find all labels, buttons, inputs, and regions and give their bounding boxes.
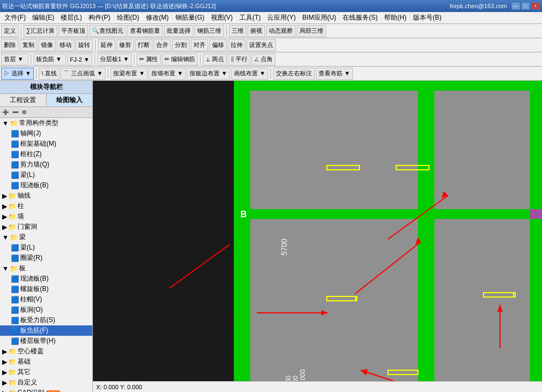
- minimize-button[interactable]: —: [511, 2, 520, 10]
- tree-group-col[interactable]: ▶ 📁 柱: [0, 201, 92, 211]
- delete-button[interactable]: 删除: [1, 39, 19, 51]
- merge-button[interactable]: 合并: [154, 39, 171, 51]
- svg-rect-5: [234, 81, 542, 91]
- move-button[interactable]: 移动: [57, 39, 74, 51]
- select-button[interactable]: ▷ 选择 ▼: [1, 68, 34, 80]
- split-button[interactable]: 分割: [172, 39, 190, 51]
- arc-button[interactable]: ⌒ 三点画弧 ▼: [61, 68, 105, 80]
- folder-icon: 📁: [10, 265, 18, 272]
- draw-input-button[interactable]: 绘图输入: [46, 94, 92, 106]
- angle-button[interactable]: ∠ 点角: [251, 54, 275, 66]
- calc-button[interactable]: ∑汇总计算: [23, 25, 57, 37]
- project-settings-button[interactable]: 工程设置: [0, 94, 46, 106]
- dynamic-view-button[interactable]: 动态观察: [266, 25, 296, 37]
- extend-button[interactable]: 延伸: [98, 39, 115, 51]
- tree-item-floor-band[interactable]: 🟦 楼层板带(H): [0, 336, 92, 346]
- line-draw-button[interactable]: 画线布置 ▼: [231, 68, 268, 80]
- tree-group-common[interactable]: ▼ 📁 常用构件类型: [0, 118, 92, 128]
- tree-item-ring-beam[interactable]: 🟦 圈梁(R): [0, 253, 92, 263]
- menu-tools[interactable]: 工具(T): [236, 12, 264, 23]
- tree-group-hollow[interactable]: ▶ 📁 空心楼盖: [0, 346, 92, 357]
- tree-item-column[interactable]: 🟦 框柱(Z): [0, 149, 92, 159]
- break-button[interactable]: 打断: [135, 39, 152, 51]
- property-button[interactable]: ✏ 属性: [137, 54, 161, 66]
- 3d-button[interactable]: 三维: [229, 25, 246, 37]
- menu-component[interactable]: 构件(P): [85, 12, 114, 23]
- bar-type-dropdown[interactable]: 板负筋 ▼: [33, 54, 66, 66]
- menu-steel[interactable]: 钢筋量(G): [172, 12, 208, 23]
- tree-group-foundation[interactable]: ▶ 📁 基础: [0, 357, 92, 367]
- align-button[interactable]: 对齐: [191, 39, 208, 51]
- trim-button[interactable]: 修剪: [116, 39, 134, 51]
- svg-rect-12: [355, 296, 356, 301]
- top-view-button[interactable]: 俯视: [248, 25, 265, 37]
- maximize-button[interactable]: □: [521, 2, 530, 10]
- view-steel-button[interactable]: 查看钢筋量: [127, 25, 163, 37]
- tree-item-slab-hole[interactable]: 🟦 板洞(O): [0, 305, 92, 315]
- rotate-button[interactable]: 旋转: [75, 39, 93, 51]
- tree-group-beam[interactable]: ▼ 📁 梁: [0, 232, 92, 242]
- steel-3d-button[interactable]: 钢筋三维: [195, 25, 224, 37]
- toolbar-layer: 首层 ▼ 板负筋 ▼ FJ-2 ▼ 分层板1 ▼ ✏ 属性 ✏ 编辑钢筋 ⊥ 两…: [0, 52, 542, 67]
- tree-group-other[interactable]: ▶ 📁 其它: [0, 367, 92, 377]
- menu-online[interactable]: 在线服务(S): [339, 12, 381, 23]
- sidebar-collapse-button[interactable]: ➕: [1, 109, 10, 115]
- menu-bim[interactable]: BIM应用(U): [299, 12, 339, 23]
- line-button[interactable]: \ 直线: [39, 68, 60, 80]
- tree-group-label: 自定义: [17, 378, 37, 387]
- tree-group-wall[interactable]: ▶ 📁 墙: [0, 211, 92, 222]
- tree-item-shearwall[interactable]: 🟦 剪力墙(Q): [0, 159, 92, 170]
- close-button[interactable]: ×: [531, 2, 540, 10]
- menu-edit[interactable]: 编辑(E): [29, 12, 57, 23]
- tree-group-board[interactable]: ▼ 📁 板: [0, 263, 92, 274]
- tree-item-spiral-slab[interactable]: 🟦 螺旋板(B): [0, 284, 92, 294]
- menu-floor[interactable]: 楼层(L): [57, 12, 85, 23]
- tree-item-slab[interactable]: 🟦 现浇板(B): [0, 180, 92, 191]
- tree-group-cad[interactable]: ▶ 📁 CAD识别 NEW: [0, 388, 92, 392]
- menu-modify[interactable]: 修改(M): [143, 12, 172, 23]
- tree-item-grid[interactable]: 🟦 轴网(J): [0, 128, 92, 139]
- copy-button[interactable]: 复制: [20, 39, 37, 51]
- local-3d-button[interactable]: 局部三维: [297, 25, 326, 37]
- batch-select-button[interactable]: 批量选择: [164, 25, 193, 37]
- stretch-button[interactable]: 拉伸: [228, 39, 245, 51]
- sidebar-settings-button[interactable]: ⚙: [21, 109, 28, 115]
- align-top-button[interactable]: 平齐板顶: [58, 25, 88, 37]
- fj2-dropdown[interactable]: FJ-2 ▼: [67, 54, 92, 66]
- sidebar-expand-button[interactable]: ➖: [11, 109, 20, 115]
- tree-item-cap[interactable]: 🟦 柱帽(V): [0, 294, 92, 305]
- by-wall-button[interactable]: 按墙布置 ▼: [149, 68, 186, 80]
- menu-view[interactable]: 视图(V): [208, 12, 236, 23]
- menu-file[interactable]: 文件(F): [1, 12, 29, 23]
- tree-group-door[interactable]: ▶ 📁 门窗洞: [0, 222, 92, 232]
- parallel-button[interactable]: ∥ 平行: [228, 54, 250, 66]
- tree-item-beam[interactable]: 🟦 梁(L): [0, 170, 92, 180]
- tree-item-beam-l[interactable]: 🟦 梁(L): [0, 242, 92, 253]
- tree-label: 框架基础(M): [20, 139, 56, 149]
- offset-button[interactable]: 偏移: [209, 39, 227, 51]
- tree-group-axis[interactable]: ▶ 📁 轴线: [0, 191, 92, 201]
- tree-group-custom[interactable]: ▶ 📁 自定义: [0, 377, 92, 388]
- edit-steel-button[interactable]: ✏ 编辑钢筋: [162, 54, 198, 66]
- floor-dropdown[interactable]: 首层 ▼: [1, 54, 28, 66]
- canvas-area[interactable]: A B 5700 600 600 1000 600: [93, 81, 542, 392]
- swap-annot-button[interactable]: 交换左右标注: [273, 68, 315, 80]
- sublayer-dropdown[interactable]: 分层板1 ▼: [97, 54, 132, 66]
- by-beam-button[interactable]: 按梁布置 ▼: [110, 68, 148, 80]
- define-button[interactable]: 定义: [1, 25, 19, 37]
- menu-cloud[interactable]: 云应用(Y): [264, 12, 299, 23]
- find-button[interactable]: 🔍查找图元: [89, 25, 126, 37]
- mirror-button[interactable]: 镜像: [38, 39, 56, 51]
- view-bar-button[interactable]: 查看布筋 ▼: [316, 68, 353, 80]
- tree-item-force-bar[interactable]: 🟦 板受力筋(S): [0, 315, 92, 325]
- menu-draw[interactable]: 绘图(D): [114, 12, 143, 23]
- by-board-button[interactable]: 按板边布置 ▼: [187, 68, 230, 80]
- dim-5700: 5700: [280, 239, 288, 256]
- two-point-button[interactable]: ⊥ 两点: [203, 54, 227, 66]
- tree-item-neg-bar[interactable]: 🟦 板负筋(F): [0, 325, 92, 336]
- menu-help[interactable]: 帮助(H): [381, 12, 410, 23]
- tree-item-foundation[interactable]: 🟦 框架基础(M): [0, 139, 92, 149]
- menu-version[interactable]: 版本号(B): [410, 12, 445, 23]
- tree-item-cast-slab[interactable]: 🟦 现浇板(B): [0, 274, 92, 284]
- grip-button[interactable]: 设置夹点: [246, 39, 276, 51]
